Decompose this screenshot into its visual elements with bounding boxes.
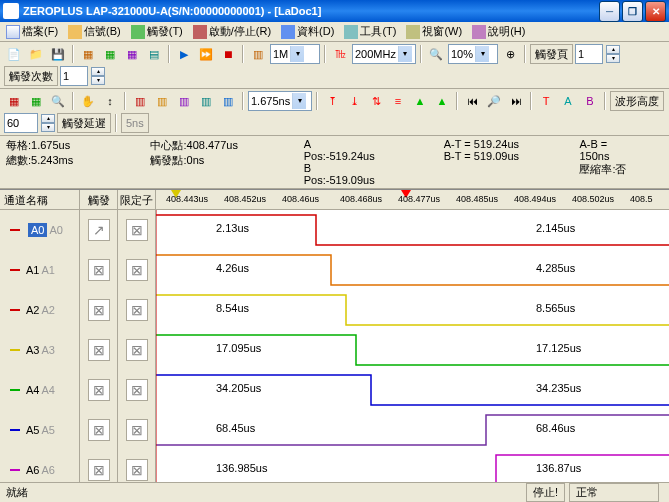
zoom-icon[interactable]: 🔍 — [426, 44, 446, 64]
filter-icon: ⊠ — [88, 259, 110, 281]
bt-info: B-T = 519.09us — [444, 150, 550, 162]
cursor-icon[interactable]: ↕ — [100, 91, 120, 111]
channel-label-A0[interactable]: A0A0 — [0, 210, 79, 250]
at-info: A-T = 519.24us — [444, 138, 550, 150]
menu-runstop[interactable]: 啟動/停止(R) — [189, 22, 275, 41]
mark-a-icon[interactable]: ▲ — [410, 91, 430, 111]
grid-b-icon[interactable]: ▦ — [26, 91, 46, 111]
config-icon[interactable]: ▦ — [78, 44, 98, 64]
filter-cell[interactable]: ⊠ — [80, 370, 117, 410]
chevron-down-icon[interactable]: ▾ — [475, 46, 489, 62]
marker-b-icon[interactable]: B — [580, 91, 600, 111]
zoomin-icon[interactable]: ⊕ — [500, 44, 520, 64]
zoom-combo[interactable]: 10%▾ — [448, 44, 498, 64]
pattern-cell[interactable]: ⊠ — [118, 210, 155, 250]
setup-c-icon[interactable]: ▥ — [174, 91, 194, 111]
stop-icon[interactable]: ⏹ — [218, 44, 238, 64]
trigcnt-spinner[interactable]: ▴▾ — [91, 67, 105, 85]
trigpage-spinner[interactable]: ▴▾ — [606, 45, 620, 63]
channel-dim: A0 — [49, 224, 62, 236]
tool-a-icon[interactable]: ▦ — [122, 44, 142, 64]
maximize-button[interactable]: ❐ — [622, 1, 643, 22]
find-icon[interactable]: 🔎 — [484, 91, 504, 111]
channel-name: A2 — [26, 304, 39, 316]
waveform-pane[interactable]: 408.443us408.452us408.46us408.468us408.4… — [156, 190, 669, 502]
save-icon[interactable]: 💾 — [48, 44, 68, 64]
find-next-icon[interactable]: ⏭ — [506, 91, 526, 111]
edge-rise-icon[interactable]: ⤒ — [322, 91, 342, 111]
pattern-cell[interactable]: ⊠ — [118, 250, 155, 290]
loop-icon[interactable]: ⏩ — [196, 44, 216, 64]
grid-a-icon[interactable]: ▦ — [4, 91, 24, 111]
runstop-icon — [193, 25, 207, 39]
pattern-cell[interactable]: ⊠ — [118, 290, 155, 330]
filter-cell[interactable]: ↗ — [80, 210, 117, 250]
waveheight-spinner[interactable]: ▴▾ — [41, 114, 55, 132]
menu-signal[interactable]: 信號(B) — [64, 22, 125, 41]
menu-help[interactable]: 說明(H) — [468, 22, 529, 41]
setup-b-icon[interactable]: ▥ — [152, 91, 172, 111]
setup-e-icon[interactable]: ▥ — [218, 91, 238, 111]
channel-label-A1[interactable]: A1A1 — [0, 250, 79, 290]
channel-name: A0 — [28, 223, 47, 237]
depth-combo[interactable]: 1M▾ — [270, 44, 320, 64]
play-icon[interactable]: ▶ — [174, 44, 194, 64]
channel-name-pane: 通道名稱 A0A0A1A1A2A2A3A3A4A4A5A5A6A6A7A7B0B… — [0, 190, 80, 502]
menu-data[interactable]: 資料(D) — [277, 22, 338, 41]
wave-label-left: 2.13us — [216, 222, 249, 234]
channel-label-A4[interactable]: A4A4 — [0, 370, 79, 410]
filter-cell[interactable]: ⊠ — [80, 410, 117, 450]
zoomout-icon[interactable]: 🔍 — [48, 91, 68, 111]
hand-icon[interactable]: ✋ — [78, 91, 98, 111]
center-info: 中心點:408.477us — [150, 138, 273, 153]
tool-b-icon[interactable]: ▤ — [144, 44, 164, 64]
time-combo[interactable]: 1.675ns▾ — [248, 91, 312, 111]
edge-fall-icon[interactable]: ⤓ — [344, 91, 364, 111]
channel-dim: A2 — [41, 304, 54, 316]
chevron-down-icon[interactable]: ▾ — [290, 46, 304, 62]
waveheight-spin[interactable]: 60 — [4, 113, 38, 133]
pattern-cell[interactable]: ⊠ — [118, 370, 155, 410]
filter-cell[interactable]: ⊠ — [80, 250, 117, 290]
open-icon[interactable]: 📁 — [26, 44, 46, 64]
filter-cell[interactable]: ⊠ — [80, 330, 117, 370]
setup-a-icon[interactable]: ▥ — [130, 91, 150, 111]
sns-button[interactable]: 5ns — [121, 113, 149, 133]
rate-combo[interactable]: 200MHz▾ — [352, 44, 416, 64]
setup-d-icon[interactable]: ▥ — [196, 91, 216, 111]
channel-dim: A5 — [41, 424, 54, 436]
channel-name: A3 — [26, 344, 39, 356]
wave-label-left: 4.26us — [216, 262, 249, 274]
depth-icon[interactable]: ▥ — [248, 44, 268, 64]
filter-icon: ⊠ — [88, 339, 110, 361]
channel-label-A5[interactable]: A5A5 — [0, 410, 79, 450]
chevron-down-icon[interactable]: ▾ — [292, 93, 306, 109]
menu-tool[interactable]: 工具(T) — [340, 22, 400, 41]
channel-icon[interactable]: ▦ — [100, 44, 120, 64]
channel-label-A2[interactable]: A2A2 — [0, 290, 79, 330]
marker-t-icon[interactable]: T — [536, 91, 556, 111]
edge-none-icon[interactable]: ≡ — [388, 91, 408, 111]
chevron-down-icon[interactable]: ▾ — [398, 46, 412, 62]
marker-a-icon[interactable]: A — [558, 91, 578, 111]
channel-label-A3[interactable]: A3A3 — [0, 330, 79, 370]
channel-dim: A1 — [41, 264, 54, 276]
rate-icon[interactable]: ㎔ — [330, 44, 350, 64]
edge-both-icon[interactable]: ⇅ — [366, 91, 386, 111]
trigcnt-spin[interactable]: 1 — [60, 66, 88, 86]
filter-cell[interactable]: ⊠ — [80, 290, 117, 330]
find-prev-icon[interactable]: ⏮ — [462, 91, 482, 111]
close-button[interactable]: ✕ — [645, 1, 666, 22]
new-icon[interactable]: 📄 — [4, 44, 24, 64]
statusbar: 就緒 停止! 正常 — [0, 482, 669, 502]
minimize-button[interactable]: ─ — [599, 1, 620, 22]
menu-file[interactable]: 檔案(F) — [2, 22, 62, 41]
status-normal: 正常 — [569, 483, 659, 502]
pattern-cell[interactable]: ⊠ — [118, 330, 155, 370]
wave-label-left: 34.205us — [216, 382, 261, 394]
menu-window[interactable]: 視窗(W) — [402, 22, 466, 41]
menu-trigger[interactable]: 觸發(T) — [127, 22, 187, 41]
mark-b-icon[interactable]: ▲ — [432, 91, 452, 111]
trigpage-spin[interactable]: 1 — [575, 44, 603, 64]
pattern-cell[interactable]: ⊠ — [118, 410, 155, 450]
